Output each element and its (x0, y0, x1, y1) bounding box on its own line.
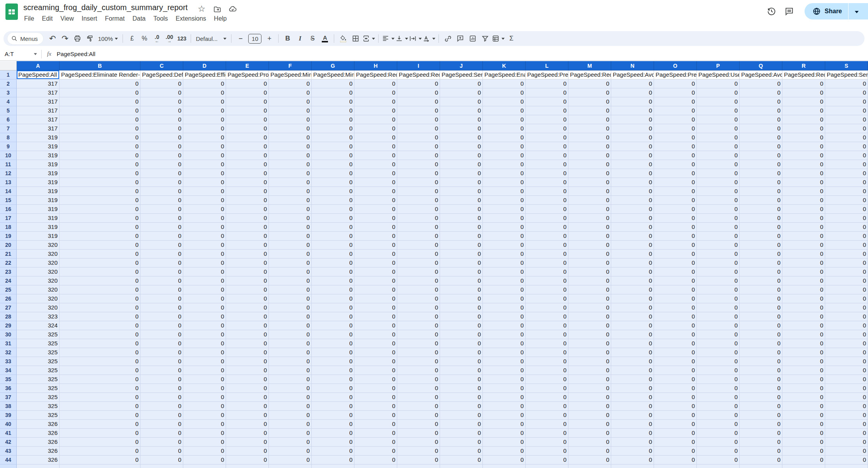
cell-A32[interactable]: 325 (17, 348, 60, 357)
row-header-36[interactable]: 36 (0, 384, 17, 393)
cell-L9[interactable]: 0 (526, 142, 568, 151)
cell-R17[interactable]: 0 (782, 214, 825, 223)
cell-O12[interactable]: 0 (654, 169, 697, 178)
cell-L10[interactable]: 0 (526, 151, 568, 160)
cell-A3[interactable]: 317 (17, 88, 60, 97)
column-header-Q[interactable]: Q (740, 61, 782, 70)
cell-J27[interactable]: 0 (440, 303, 483, 312)
cell-K10[interactable]: 0 (483, 151, 526, 160)
cell-K2[interactable]: 0 (483, 79, 526, 88)
cell-K40[interactable]: 0 (483, 420, 526, 429)
zoom-select[interactable]: 100% (96, 33, 119, 44)
cell-N24[interactable]: 0 (611, 276, 654, 285)
cell-K18[interactable]: 0 (483, 223, 526, 232)
column-header-O[interactable]: O (654, 61, 697, 70)
cell-L6[interactable]: 0 (526, 115, 568, 124)
cell-K5[interactable]: 0 (483, 106, 526, 115)
cell-F40[interactable]: 0 (269, 420, 312, 429)
cell-J32[interactable]: 0 (440, 348, 483, 357)
cell-H28[interactable]: 0 (354, 312, 397, 321)
cell-M16[interactable]: 0 (568, 205, 611, 214)
cell-E32[interactable]: 0 (226, 348, 269, 357)
cell-G26[interactable]: 0 (312, 294, 354, 303)
cell-B36[interactable]: 0 (60, 384, 140, 393)
cell-F34[interactable]: 0 (269, 366, 312, 375)
cell-D6[interactable]: 0 (183, 115, 226, 124)
cell-I43[interactable]: 0 (397, 447, 440, 456)
cell-C35[interactable]: 0 (140, 375, 183, 384)
move-folder-icon[interactable] (212, 4, 222, 14)
cell-L43[interactable]: 0 (526, 447, 568, 456)
cell-C14[interactable]: 0 (140, 187, 183, 196)
cell-Q31[interactable]: 0 (740, 339, 782, 348)
cell-B31[interactable]: 0 (60, 339, 140, 348)
row-header-6[interactable]: 6 (0, 115, 17, 124)
cell-O7[interactable]: 0 (654, 124, 697, 133)
cell-A11[interactable]: 319 (17, 160, 60, 169)
cell-A34[interactable]: 325 (17, 366, 60, 375)
cell-E4[interactable]: 0 (226, 97, 269, 106)
cell-A45[interactable] (17, 464, 60, 468)
cell-O32[interactable]: 0 (654, 348, 697, 357)
cell-B10[interactable]: 0 (60, 151, 140, 160)
cell-N7[interactable]: 0 (611, 124, 654, 133)
cell-P44[interactable]: 0 (697, 456, 740, 464)
cell-O26[interactable]: 0 (654, 294, 697, 303)
row-header-21[interactable]: 21 (0, 250, 17, 259)
cell-H21[interactable]: 0 (354, 250, 397, 259)
cell-L24[interactable]: 0 (526, 276, 568, 285)
cell-E38[interactable]: 0 (226, 402, 269, 411)
cell-A19[interactable]: 319 (17, 232, 60, 241)
cell-P29[interactable]: 0 (697, 321, 740, 330)
cell-E13[interactable]: 0 (226, 178, 269, 187)
row-header-34[interactable]: 34 (0, 366, 17, 375)
cell-P4[interactable]: 0 (697, 97, 740, 106)
cell-H9[interactable]: 0 (354, 142, 397, 151)
cell-C17[interactable]: 0 (140, 214, 183, 223)
cell-I29[interactable]: 0 (397, 321, 440, 330)
cell-I30[interactable]: 0 (397, 330, 440, 339)
cell-K44[interactable]: 0 (483, 456, 526, 464)
cell-G37[interactable]: 0 (312, 393, 354, 402)
cell-A24[interactable]: 320 (17, 276, 60, 285)
font-size-input[interactable]: 10 (248, 34, 261, 44)
cell-D9[interactable]: 0 (183, 142, 226, 151)
cell-P6[interactable]: 0 (697, 115, 740, 124)
cell-I31[interactable]: 0 (397, 339, 440, 348)
cell-K27[interactable]: 0 (483, 303, 526, 312)
cell-I19[interactable]: 0 (397, 232, 440, 241)
cell-B4[interactable]: 0 (60, 97, 140, 106)
cell-S41[interactable]: 0 (825, 429, 868, 438)
cell-J39[interactable]: 0 (440, 411, 483, 420)
cell-I16[interactable]: 0 (397, 205, 440, 214)
cell-A2[interactable]: 317 (17, 79, 60, 88)
cell-A30[interactable]: 325 (17, 330, 60, 339)
cell-Q22[interactable]: 0 (740, 259, 782, 267)
cell-G19[interactable]: 0 (312, 232, 354, 241)
cell-E36[interactable]: 0 (226, 384, 269, 393)
cell-G15[interactable]: 0 (312, 196, 354, 205)
cell-C42[interactable]: 0 (140, 438, 183, 447)
cell-E7[interactable]: 0 (226, 124, 269, 133)
cell-M30[interactable]: 0 (568, 330, 611, 339)
cell-H26[interactable]: 0 (354, 294, 397, 303)
cell-J45[interactable] (440, 464, 483, 468)
cell-P36[interactable]: 0 (697, 384, 740, 393)
cell-A16[interactable]: 319 (17, 205, 60, 214)
text-wrap-button[interactable] (409, 33, 422, 44)
cell-R10[interactable]: 0 (782, 151, 825, 160)
cell-R31[interactable]: 0 (782, 339, 825, 348)
star-icon[interactable]: ☆ (196, 4, 207, 14)
cell-O5[interactable]: 0 (654, 106, 697, 115)
cell-G44[interactable]: 0 (312, 456, 354, 464)
cell-O1[interactable]: PageSpeed:Prel (654, 70, 697, 79)
cell-H39[interactable]: 0 (354, 411, 397, 420)
cell-J3[interactable]: 0 (440, 88, 483, 97)
cell-Q24[interactable]: 0 (740, 276, 782, 285)
cell-O11[interactable]: 0 (654, 160, 697, 169)
cell-H38[interactable]: 0 (354, 402, 397, 411)
cell-J4[interactable]: 0 (440, 97, 483, 106)
row-header-7[interactable]: 7 (0, 124, 17, 133)
cell-A15[interactable]: 319 (17, 196, 60, 205)
cell-K13[interactable]: 0 (483, 178, 526, 187)
